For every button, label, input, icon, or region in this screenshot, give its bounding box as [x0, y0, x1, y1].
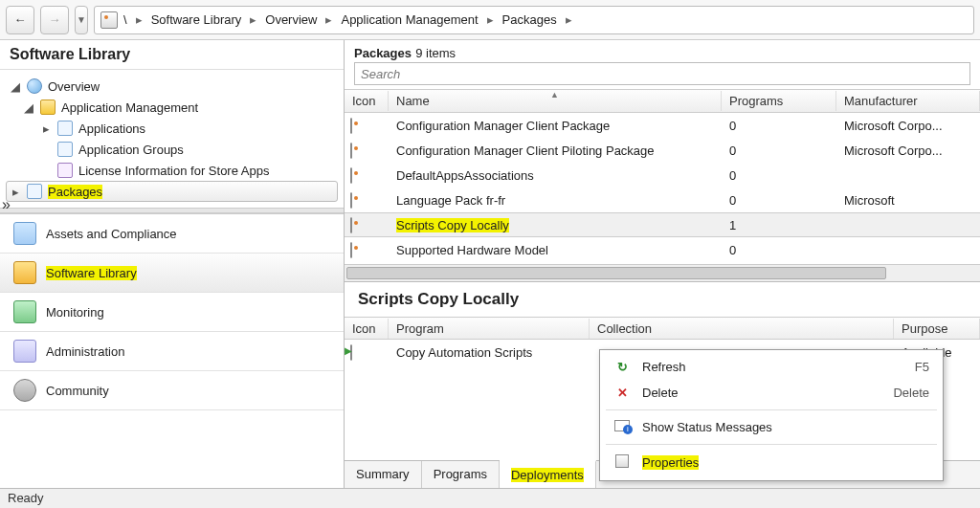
status-messages-icon — [613, 420, 631, 434]
grid-header: Icon Program Collection Purpose — [345, 317, 980, 340]
column-program[interactable]: Program — [389, 319, 590, 339]
column-name[interactable]: Name — [389, 91, 722, 111]
horizontal-scrollbar[interactable] — [345, 264, 980, 281]
results-count: 9 items — [415, 46, 456, 60]
nav-tree: ◢ Overview ◢ Application Management ▸ Ap… — [0, 70, 344, 208]
table-row[interactable]: Language Pack fr-fr0Microsoft — [345, 188, 980, 212]
details-pane: Scripts Copy Locally Icon Program Collec… — [345, 281, 980, 488]
results-header: Packages 9 items — [345, 40, 980, 62]
application-group-icon — [57, 142, 73, 157]
status-bar: Ready — [0, 488, 980, 508]
wunderbar-software-library[interactable]: Software Library — [0, 254, 344, 293]
menu-item-status-messages[interactable]: Show Status Messages — [600, 414, 943, 440]
package-icon — [350, 242, 352, 258]
wunderbar-assets-compliance[interactable]: Assets and Compliance — [0, 214, 344, 254]
tree-node-license-info[interactable]: License Information for Store Apps — [6, 160, 338, 181]
assets-icon — [13, 222, 36, 245]
wunderbar-label: Software Library — [46, 266, 137, 280]
tree-label: Application Management — [61, 100, 198, 115]
package-icon — [27, 184, 42, 199]
table-row[interactable]: Configuration Manager Client Piloting Pa… — [345, 138, 980, 163]
breadcrumb-root[interactable]: \ — [123, 12, 127, 27]
arrow-left-icon: ← — [14, 12, 27, 27]
chevron-right-icon: ▸ — [484, 12, 497, 27]
community-icon — [13, 379, 36, 402]
expand-handle-icon[interactable]: » — [2, 196, 11, 213]
wunderbar-label: Assets and Compliance — [46, 227, 177, 241]
column-programs[interactable]: Programs — [722, 91, 836, 111]
forward-button[interactable]: → — [40, 6, 69, 34]
application-icon — [57, 121, 73, 136]
expand-icon[interactable]: ▸ — [10, 185, 21, 199]
menu-item-refresh[interactable]: ↻ Refresh F5 — [600, 354, 943, 380]
tree-label: Overview — [48, 79, 100, 94]
table-row[interactable]: Scripts Copy Locally1 — [345, 212, 980, 237]
status-text: Ready — [8, 491, 44, 505]
folder-icon — [40, 99, 56, 115]
breadcrumb-bar: \ ▸ Software Library ▸ Overview ▸ Applic… — [94, 6, 974, 34]
breadcrumb-app-mgmt[interactable]: Application Management — [341, 12, 478, 27]
menu-item-properties[interactable]: Properties — [600, 449, 943, 476]
table-row[interactable]: Supported Hardware Model0 — [345, 237, 980, 262]
wunderbar-label: Monitoring — [46, 305, 104, 320]
context-menu: ↻ Refresh F5 ✕ Delete Delete Show Status… — [599, 349, 944, 481]
administration-icon — [13, 340, 36, 363]
navigation-bar: ← → ▼ \ ▸ Software Library ▸ Overview ▸ … — [0, 0, 980, 40]
tree-node-app-management[interactable]: ◢ Application Management — [6, 97, 338, 118]
delete-icon: ✕ — [613, 386, 631, 400]
tab-deployments[interactable]: Deployments — [500, 460, 596, 488]
menu-separator — [606, 444, 937, 445]
column-icon[interactable]: Icon — [345, 319, 389, 339]
search-input[interactable] — [354, 62, 970, 85]
nav-pane-title: Software Library — [0, 40, 344, 70]
tree-node-overview[interactable]: ◢ Overview — [6, 76, 338, 97]
breadcrumb-packages[interactable]: Packages — [502, 12, 557, 27]
wunderbar-community[interactable]: Community — [0, 371, 344, 410]
table-row[interactable]: Configuration Manager Client Package0Mic… — [345, 113, 980, 138]
collapse-icon[interactable]: ◢ — [23, 100, 34, 115]
package-icon — [350, 118, 352, 134]
chevron-down-icon: ▼ — [77, 14, 86, 25]
wunderbar-administration[interactable]: Administration — [0, 332, 344, 371]
tree-label: Application Groups — [78, 143, 184, 157]
license-icon — [57, 163, 73, 178]
deployment-icon — [350, 344, 352, 361]
column-manufacturer[interactable]: Manufacturer — [836, 91, 980, 111]
results-pane: Packages 9 items Icon Name Programs Manu… — [345, 40, 980, 488]
globe-icon — [27, 78, 42, 94]
column-purpose[interactable]: Purpose — [894, 319, 980, 339]
tree-node-packages[interactable]: ▸ Packages — [6, 181, 338, 202]
breadcrumb-overview[interactable]: Overview — [265, 12, 317, 27]
scrollbar-thumb[interactable] — [346, 267, 886, 279]
package-icon — [350, 217, 352, 233]
detail-title: Scripts Copy Locally — [345, 290, 980, 317]
arrow-right-icon: → — [49, 12, 61, 27]
column-icon[interactable]: Icon — [345, 91, 389, 111]
tree-label: License Information for Store Apps — [78, 164, 269, 178]
wunderbar-label: Administration — [46, 344, 124, 359]
column-collection[interactable]: Collection — [590, 319, 894, 339]
tree-label: Packages — [48, 185, 102, 199]
monitoring-icon — [13, 300, 36, 323]
tree-node-applications[interactable]: ▸ Applications — [6, 118, 338, 139]
expand-icon[interactable]: ▸ — [40, 121, 52, 136]
library-icon — [13, 261, 36, 284]
refresh-icon: ↻ — [613, 360, 631, 374]
table-row[interactable]: DefaultAppsAssociations0 — [345, 163, 980, 188]
properties-icon — [613, 454, 631, 471]
tree-node-app-groups[interactable]: Application Groups — [6, 139, 338, 160]
wunderbar-monitoring[interactable]: Monitoring — [0, 293, 344, 332]
history-dropdown[interactable]: ▼ — [75, 6, 88, 34]
back-button[interactable]: ← — [6, 6, 34, 34]
wunderbar-label: Community — [46, 384, 109, 398]
collapse-icon[interactable]: ◢ — [10, 79, 21, 94]
grid-header: Icon Name Programs Manufacturer — [345, 90, 980, 113]
chevron-right-icon: ▸ — [563, 12, 575, 27]
chevron-right-icon: ▸ — [247, 12, 259, 27]
wunderbar: Assets and Compliance Software Library M… — [0, 213, 344, 410]
breadcrumb-software-library[interactable]: Software Library — [151, 12, 242, 27]
chevron-right-icon: ▸ — [323, 12, 335, 27]
menu-item-delete[interactable]: ✕ Delete Delete — [600, 380, 943, 406]
tab-summary[interactable]: Summary — [345, 461, 422, 488]
tab-programs[interactable]: Programs — [422, 461, 500, 488]
